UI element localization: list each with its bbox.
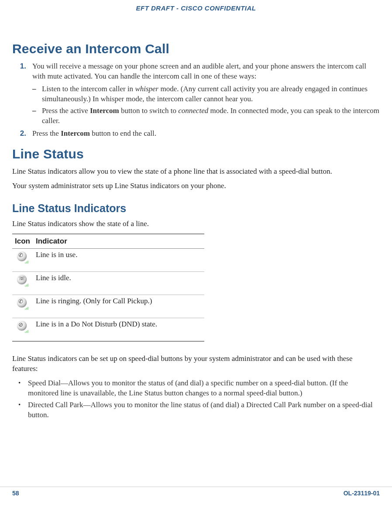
table-cell-indicator: Line is in use. xyxy=(33,249,204,272)
table-header-icon: Icon xyxy=(12,234,33,249)
step-1-sub-2: – Press the active Intercom button to sw… xyxy=(32,106,380,126)
table-header-indicator: Indicator xyxy=(33,234,204,249)
table-row: ⊘ Line is in a Do Not Disturb (DND) stat… xyxy=(12,318,204,342)
table-row: ☏ Line is idle. xyxy=(12,272,204,295)
header-confidential: EFT DRAFT - CISCO CONFIDENTIAL xyxy=(12,4,380,34)
bullet-directed-call-park: • Directed Call Park—Allows you to monit… xyxy=(18,400,380,420)
page-number: 58 xyxy=(12,490,19,497)
table-cell-indicator: Line is in a Do Not Disturb (DND) state. xyxy=(33,318,204,342)
bullet-icon: • xyxy=(18,400,28,420)
step-1-text: You will receive a message on your phone… xyxy=(32,62,380,82)
line-ringing-icon: ✆ xyxy=(17,298,28,309)
line-dnd-icon: ⊘ xyxy=(17,321,28,332)
line-idle-icon: ☏ xyxy=(17,275,28,286)
doc-id: OL-23119-01 xyxy=(344,490,380,497)
line-status-table: Icon Indicator ✆ Line is in use. ☏ Line … xyxy=(12,233,204,342)
step-2-number: 2. xyxy=(12,129,32,139)
bullet-speed-dial-text: Speed Dial—Allows you to monitor the sta… xyxy=(28,378,380,398)
step-1-sub-2-text: Press the active Intercom button to swit… xyxy=(42,106,380,126)
line-status-p1: Line Status indicators allow you to view… xyxy=(12,167,380,177)
bullet-speed-dial: • Speed Dial—Allows you to monitor the s… xyxy=(18,378,380,398)
table-row: ✆ Line is ringing. (Only for Call Pickup… xyxy=(12,295,204,318)
indicators-p2: Line Status indicators can be set up on … xyxy=(12,354,380,374)
heading-receive-intercom: Receive an Intercom Call xyxy=(12,41,380,56)
line-in-use-icon: ✆ xyxy=(17,251,28,263)
table-row: ✆ Line is in use. xyxy=(12,249,204,272)
heading-line-status-indicators: Line Status Indicators xyxy=(12,202,380,215)
step-2: 2. Press the Intercom button to end the … xyxy=(12,129,380,139)
bullet-directed-call-park-text: Directed Call Park—Allows you to monitor… xyxy=(28,400,380,420)
bullet-icon: • xyxy=(18,378,28,398)
line-status-p2: Your system administrator sets up Line S… xyxy=(12,181,380,191)
step-1-number: 1. xyxy=(12,62,32,82)
table-cell-indicator: Line is idle. xyxy=(33,272,204,295)
dash-icon: – xyxy=(32,106,42,126)
page-footer: 58 OL-23119-01 xyxy=(0,487,392,497)
dash-icon: – xyxy=(32,84,42,104)
step-1-sub-1: – Listen to the intercom caller in whisp… xyxy=(32,84,380,104)
indicators-p1: Line Status indicators show the state of… xyxy=(12,219,380,229)
heading-line-status: Line Status xyxy=(12,147,380,161)
step-2-text: Press the Intercom button to end the cal… xyxy=(32,129,380,139)
step-1: 1. You will receive a message on your ph… xyxy=(12,62,380,82)
step-1-sub-1-text: Listen to the intercom caller in whisper… xyxy=(42,84,380,104)
table-cell-indicator: Line is ringing. (Only for Call Pickup.) xyxy=(33,295,204,318)
